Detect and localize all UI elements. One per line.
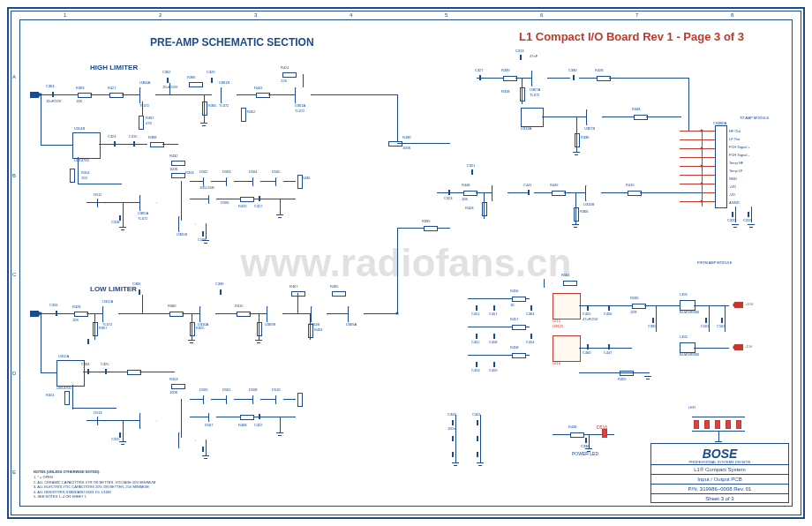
title-product: L1® Compact System [651, 464, 788, 474]
led-power [602, 429, 607, 438]
ref-r314: R314 [81, 171, 90, 175]
ref-r424: R424 [281, 66, 289, 70]
ref-c324: C324 [108, 135, 117, 139]
res-r452 [241, 108, 246, 122]
res-r404 [308, 324, 313, 338]
power-led-label: POWER LED [572, 452, 598, 456]
ref-d501: D501 [222, 388, 231, 392]
ref-r443: R443 [465, 207, 474, 210]
ref-u309b: U309B [265, 323, 275, 327]
ref-c313: C313 [515, 49, 524, 53]
ref-u312a: U312A [102, 300, 113, 304]
ref-c447: C447 [604, 351, 613, 355]
ref-r459: R459 [618, 378, 627, 381]
gnd-icon [573, 152, 580, 157]
res-r449 [552, 191, 566, 196]
ref-c318: C318 [111, 221, 120, 224]
val-c343: 100n [447, 427, 455, 431]
led-icon [704, 420, 710, 429]
res-r501 [563, 281, 577, 286]
res-r427 [109, 93, 124, 98]
res-r313 [171, 173, 185, 178]
ref-r436: R436 [302, 177, 311, 180]
diode-d512b [544, 279, 553, 288]
res-r315 [64, 391, 70, 405]
ref-c329: C329 [207, 71, 215, 74]
ref-r339: R339 [501, 69, 510, 72]
ref-r397b: R360 [168, 304, 177, 308]
val-r424: 22K [281, 79, 287, 83]
grid-row: A [12, 74, 16, 79]
val-r303: 10K [76, 100, 82, 103]
ref-c441: C441 [523, 184, 532, 187]
led-icon [715, 420, 720, 429]
grid-row: B [12, 173, 16, 178]
ref-c434: C434 [81, 363, 90, 366]
gnd-icon [202, 240, 209, 245]
val-r328: 10K [72, 319, 79, 322]
conn-pin: LF Out [729, 137, 740, 141]
ref-r303b: R308 [148, 136, 157, 139]
gnd-icon [255, 340, 262, 345]
ref-r449: R449 [550, 184, 559, 187]
ref-l615: L615 [553, 319, 560, 323]
val-r314: 150 [81, 177, 87, 180]
val-r392: 47K [146, 122, 152, 125]
res-r303 [78, 93, 92, 98]
ref-r303: R303 [76, 86, 85, 90]
notes-n5: 5. SEE NOTES 1–4 ON SHEET 1 [34, 494, 155, 500]
res-r348 [634, 115, 648, 120]
ref-r399: R399 [422, 220, 431, 223]
ref-u313: U312A [58, 355, 69, 358]
ref-r405: R405 [330, 285, 339, 289]
power-led-ref: D516 [597, 425, 607, 430]
grid-col: 3 [254, 12, 257, 18]
ref-c460: C460 [583, 351, 591, 355]
ref-u304a: U304A [139, 81, 150, 85]
res-r325 [190, 322, 195, 336]
res-r424 [282, 72, 297, 78]
ref-c321: C321 [467, 164, 476, 168]
ref-r432: R432 [169, 154, 178, 158]
ref-c451: C451 [471, 312, 480, 316]
gnd-icon [188, 340, 195, 345]
gnd-icon [200, 123, 207, 128]
ref-d506: D506 [221, 201, 229, 205]
ref-c306: C306 [132, 282, 141, 286]
ref-l301: L301 [680, 293, 688, 297]
res-r336 [575, 133, 580, 147]
val-r448: 10K [462, 198, 468, 201]
ref-u305a: U305A [138, 212, 148, 215]
ref-u301a: U301A [295, 104, 305, 108]
val-r432: 100K [169, 168, 177, 171]
ref-r452: R452 [247, 110, 256, 114]
led-icon [736, 420, 741, 429]
ref-c325: C325 [101, 363, 109, 366]
ref-c323: C323 [444, 197, 453, 200]
ref-d502: D502 [199, 170, 208, 174]
conn-pin: GND [729, 177, 737, 181]
res-r339 [503, 76, 517, 81]
grid-col: 2 [159, 12, 162, 18]
conn-pin: AGND [729, 200, 740, 205]
grid-col: 5 [445, 12, 447, 18]
label-to-amp: TO AMP MODULE [740, 116, 769, 120]
ref-r458: R458 [510, 346, 519, 349]
label-from-amp: FROM AMP MODULE [697, 261, 733, 265]
ref-c302: C302 [162, 71, 171, 74]
ref-r419: R419 [626, 184, 635, 187]
res-r420 [240, 197, 254, 202]
res-r448 [463, 191, 477, 196]
ref-l616: L616 [553, 362, 560, 365]
ref-c458: C458 [489, 341, 498, 344]
section-high: HIGH LIMITER [90, 64, 138, 71]
ref-r427: R427 [108, 86, 117, 90]
grid-col: 4 [350, 12, 352, 18]
ref-r313: R313 [185, 171, 194, 175]
ref-d510: D510 [272, 388, 281, 392]
ref-c415: C415 [129, 135, 138, 139]
ref-c339: C339 [215, 282, 224, 286]
res-r458 [512, 353, 526, 358]
res-r428 [597, 76, 611, 81]
ref-d513: D513 [94, 411, 102, 415]
